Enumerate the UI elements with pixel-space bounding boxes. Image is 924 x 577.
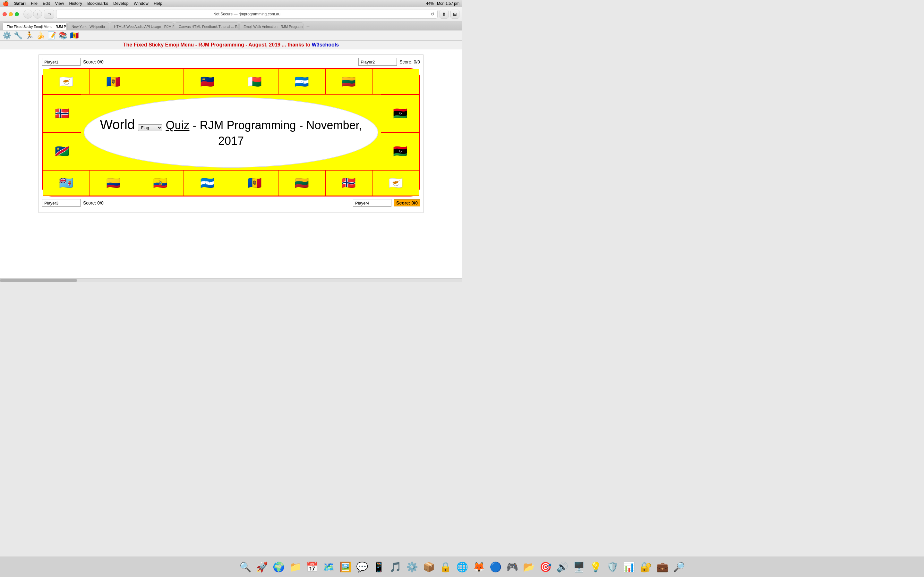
toolbar-right: ⬆ ⊞ xyxy=(439,10,459,19)
back-button[interactable]: ‹ xyxy=(23,10,32,19)
top-score-row: Score: 0/0 Score: 0/0 xyxy=(42,58,420,66)
bookmark-5[interactable]: 📚 xyxy=(59,31,67,40)
quiz-label: Quiz xyxy=(166,119,189,132)
player1-area: Score: 0/0 xyxy=(42,58,103,66)
center-area: 🇳🇴 🇳🇦 World Flag Country Capital Quiz - … xyxy=(43,95,419,170)
center-panel: World Flag Country Capital Quiz - RJM Pr… xyxy=(84,97,378,168)
center-title: World Flag Country Capital Quiz - RJM Pr… xyxy=(84,110,378,155)
bookmark-2[interactable]: 🏃 xyxy=(25,31,34,40)
menu-help[interactable]: Help xyxy=(153,1,162,6)
bottom-flag-5[interactable]: 🇱🇹 xyxy=(278,170,325,196)
left-flag-0[interactable]: 🇳🇴 xyxy=(43,95,81,132)
player2-area: Score: 0/0 xyxy=(359,58,420,66)
title-rest: - RJM Programming - November, 2017 xyxy=(189,119,362,147)
menu-file[interactable]: File xyxy=(31,1,37,6)
player4-score: Score: 0/0 xyxy=(394,199,420,206)
bottom-flag-4[interactable]: 🇲🇩 xyxy=(231,170,278,196)
top-flag-5[interactable]: 🇭🇳 xyxy=(278,69,325,95)
player2-input[interactable] xyxy=(359,58,397,66)
bottom-flag-2[interactable]: 🇪🇨 xyxy=(137,170,184,196)
bookmarks-bar: ⚙️ 🔧 🏃 🍌 📝 📚 🇲🇩 xyxy=(0,31,462,41)
w3schools-link[interactable]: W3schools xyxy=(312,42,339,47)
page-content: Score: 0/0 Score: 0/0 🇨🇾 🇲🇩 🇱🇮 🇲🇬 🇭🇳 🇱🇹 xyxy=(0,49,462,278)
top-flag-row: 🇨🇾 🇲🇩 🇱🇮 🇲🇬 🇭🇳 🇱🇹 xyxy=(43,69,419,95)
menu-window[interactable]: Window xyxy=(134,1,149,6)
nav-buttons: ‹ › xyxy=(23,10,42,19)
category-dropdown[interactable]: Flag Country Capital xyxy=(138,124,162,131)
toolbar: ‹ › ▭ ↺ ⬆ ⊞ xyxy=(0,7,462,21)
horizontal-scrollbar[interactable] xyxy=(0,278,462,282)
player1-input[interactable] xyxy=(42,58,81,66)
scrollbar-thumb[interactable] xyxy=(0,279,77,282)
title-word: World xyxy=(100,117,135,132)
right-flag-0[interactable]: 🇱🇾 xyxy=(381,95,419,132)
maximize-button[interactable] xyxy=(15,12,19,16)
right-flag-col: 🇱🇾 🇱🇾 xyxy=(381,95,419,170)
menu-bookmarks[interactable]: Bookmarks xyxy=(87,1,108,6)
game-board: 🇨🇾 🇲🇩 🇱🇮 🇲🇬 🇭🇳 🇱🇹 🇳🇴 🇳🇦 xyxy=(42,68,420,197)
bottom-flag-7[interactable]: 🇨🇾 xyxy=(372,170,419,196)
player4-input[interactable] xyxy=(353,199,391,207)
player3-input[interactable] xyxy=(42,199,81,207)
apple-menu[interactable]: 🍎 xyxy=(3,0,9,6)
top-flag-0[interactable]: 🇨🇾 xyxy=(43,69,90,95)
bottom-flag-1[interactable]: 🇨🇴 xyxy=(90,170,137,196)
menu-develop[interactable]: Develop xyxy=(113,1,129,6)
top-flag-6[interactable]: 🇱🇹 xyxy=(325,69,373,95)
top-flag-7[interactable] xyxy=(372,69,419,95)
bookmark-6[interactable]: 🇲🇩 xyxy=(70,31,79,40)
tab-3[interactable]: Canvas HTML Feedback Tutorial ... RJM Pr… xyxy=(174,23,239,30)
tab-0[interactable]: The Fixed Sticky Emoji Menu - RJM Progra… xyxy=(3,23,67,30)
bookmark-3[interactable]: 🍌 xyxy=(36,31,45,40)
page-title-bar: The Fixed Sticky Emoji Menu - RJM Progra… xyxy=(0,41,462,49)
address-bar-container: ↺ xyxy=(56,10,438,19)
bottom-flag-3[interactable]: 🇭🇳 xyxy=(184,170,231,196)
tab-4[interactable]: Emoji Walk Animation - RJM Programming..… xyxy=(239,23,304,30)
player3-area: Score: 0/0 xyxy=(42,199,103,207)
menu-edit[interactable]: Edit xyxy=(43,1,50,6)
menubar-time: Mon 1:57 pm xyxy=(437,1,459,6)
menubar: 🍎 Safari File Edit View History Bookmark… xyxy=(0,0,462,7)
new-tab-button[interactable]: ⊞ xyxy=(451,10,459,19)
bookmark-4[interactable]: 📝 xyxy=(47,31,56,40)
minimize-button[interactable] xyxy=(9,12,13,16)
browser-chrome: ‹ › ▭ ↺ ⬆ ⊞ The Fixed Sticky Emoji Menu … xyxy=(0,7,462,31)
reload-button[interactable]: ↺ xyxy=(429,11,436,17)
menu-history[interactable]: History xyxy=(69,1,82,6)
forward-button[interactable]: › xyxy=(33,10,42,19)
top-flag-4[interactable]: 🇲🇬 xyxy=(231,69,278,95)
top-flag-2[interactable] xyxy=(137,69,184,95)
menu-view[interactable]: View xyxy=(55,1,64,6)
bottom-flag-row: 🇫🇯 🇨🇴 🇪🇨 🇭🇳 🇲🇩 🇱🇹 🇳🇴 🇨🇾 xyxy=(43,170,419,196)
close-button[interactable] xyxy=(3,12,7,16)
left-flag-col: 🇳🇴 🇳🇦 xyxy=(43,95,81,170)
player2-score: Score: 0/0 xyxy=(399,59,420,64)
new-tab-plus[interactable]: + xyxy=(304,23,312,30)
traffic-lights xyxy=(3,12,19,16)
player3-score: Score: 0/0 xyxy=(83,200,103,205)
sidebar-button[interactable]: ▭ xyxy=(44,10,54,19)
page-title: The Fixed Sticky Emoji Menu - RJM Progra… xyxy=(123,42,339,47)
share-button[interactable]: ⬆ xyxy=(439,10,449,19)
player1-score: Score: 0/0 xyxy=(83,59,103,64)
menubar-battery: 44% xyxy=(426,1,434,6)
left-flag-1[interactable]: 🇳🇦 xyxy=(43,132,81,170)
menu-safari[interactable]: Safari xyxy=(14,1,26,6)
game-container: Score: 0/0 Score: 0/0 🇨🇾 🇲🇩 🇱🇮 🇲🇬 🇭🇳 🇱🇹 xyxy=(39,55,423,213)
address-bar[interactable] xyxy=(56,10,438,19)
bottom-flag-6[interactable]: 🇳🇴 xyxy=(325,170,373,196)
player4-area: Score: 0/0 xyxy=(353,199,420,207)
bottom-score-row: Score: 0/0 Score: 0/0 xyxy=(42,199,420,207)
top-flag-1[interactable]: 🇲🇩 xyxy=(90,69,137,95)
tab-2[interactable]: HTML5 Web Audio API Usage - RJM Progra..… xyxy=(110,23,174,30)
bottom-flag-0[interactable]: 🇫🇯 xyxy=(43,170,90,196)
bookmark-1[interactable]: 🔧 xyxy=(14,31,23,40)
bookmark-0[interactable]: ⚙️ xyxy=(3,31,11,40)
top-flag-3[interactable]: 🇱🇮 xyxy=(184,69,231,95)
tab-1[interactable]: New York - Wikipedia xyxy=(67,23,109,30)
tabs-bar: The Fixed Sticky Emoji Menu - RJM Progra… xyxy=(0,21,462,30)
right-flag-1[interactable]: 🇱🇾 xyxy=(381,132,419,170)
